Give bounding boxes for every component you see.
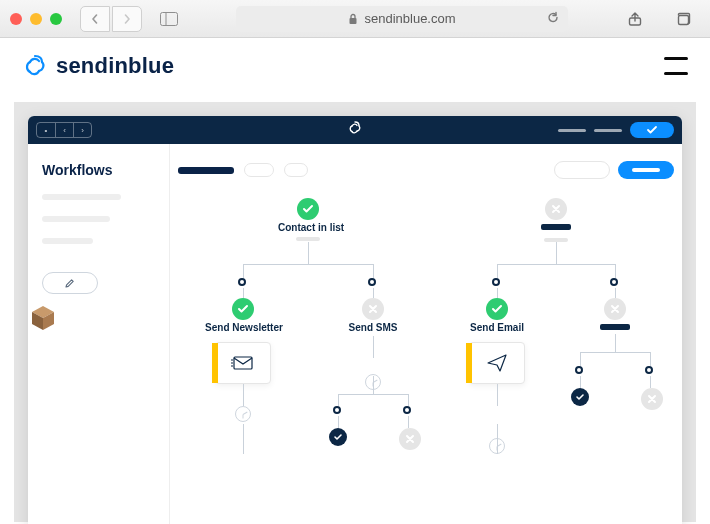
node-junction <box>403 406 411 414</box>
node-junction <box>645 366 653 374</box>
connector <box>373 376 374 394</box>
svg-rect-0 <box>161 12 178 25</box>
site-header: sendinblue <box>0 38 710 94</box>
connector <box>338 394 408 395</box>
maximize-window-button[interactable] <box>50 13 62 25</box>
node-result-fail[interactable] <box>641 388 663 410</box>
back-button[interactable] <box>80 6 110 32</box>
connector <box>497 264 615 265</box>
connector <box>497 424 498 454</box>
node-label-redacted <box>541 224 571 230</box>
connector <box>243 424 244 454</box>
node-label-newsletter: Send Newsletter <box>204 322 284 333</box>
node-junction <box>610 278 618 286</box>
toolbar-right <box>618 6 700 32</box>
connector <box>243 264 244 278</box>
brand-name: sendinblue <box>56 53 174 79</box>
address-bar-text: sendinblue.com <box>364 11 455 26</box>
app-logo <box>347 120 363 140</box>
connector <box>580 352 650 353</box>
node-label-contact: Contact in list <box>278 222 338 241</box>
tab-active[interactable] <box>178 167 234 174</box>
workflow-graph: Contact in list <box>178 192 674 524</box>
connector <box>650 352 651 366</box>
connector <box>243 288 244 298</box>
sidebar-item[interactable] <box>42 238 93 244</box>
paper-plane-icon <box>486 353 508 373</box>
sidebar-toggle-icon[interactable] <box>152 6 186 32</box>
app-left-icon[interactable]: ‹ <box>55 123 73 137</box>
tab-item[interactable] <box>244 163 274 177</box>
brand-icon <box>22 53 48 79</box>
node-result-success[interactable] <box>571 388 589 406</box>
connector <box>615 334 616 352</box>
svg-rect-2 <box>350 18 357 24</box>
topbar-item-1[interactable] <box>558 129 586 132</box>
sidebar-item[interactable] <box>42 216 110 222</box>
node-status-check[interactable] <box>297 198 319 220</box>
node-card-email[interactable] <box>469 342 525 384</box>
node-status-check[interactable] <box>232 298 254 320</box>
node-status-check[interactable] <box>486 298 508 320</box>
edit-button[interactable] <box>42 272 98 294</box>
node-status-disabled[interactable] <box>604 298 626 320</box>
minimize-window-button[interactable] <box>30 13 42 25</box>
node-card-newsletter[interactable] <box>215 342 271 384</box>
topbar-item-2[interactable] <box>594 129 622 132</box>
sidebar-item[interactable] <box>42 194 121 200</box>
tab-item[interactable] <box>284 163 308 177</box>
package-icon <box>26 302 60 332</box>
nav-arrows-group <box>80 6 142 32</box>
connector <box>497 288 498 298</box>
browser-toolbar: sendinblue.com <box>0 0 710 38</box>
node-junction <box>492 278 500 286</box>
node-status-disabled[interactable] <box>362 298 384 320</box>
close-window-button[interactable] <box>10 13 22 25</box>
connector <box>408 394 409 406</box>
brand[interactable]: sendinblue <box>22 53 174 79</box>
app-dot: • <box>37 123 55 137</box>
svg-rect-4 <box>679 15 689 24</box>
forward-button[interactable] <box>112 6 142 32</box>
lock-icon <box>348 13 358 25</box>
refresh-icon[interactable] <box>546 10 560 27</box>
topbar-cta[interactable] <box>630 122 674 138</box>
canvas-top-row <box>178 158 674 182</box>
address-bar[interactable]: sendinblue.com <box>236 6 568 32</box>
connector <box>615 288 616 298</box>
app-topbar: • ‹ › <box>28 116 682 144</box>
menu-button[interactable] <box>664 57 688 75</box>
tabs-icon[interactable] <box>666 6 700 32</box>
connector <box>373 288 374 298</box>
app-topbar-right <box>558 122 674 138</box>
primary-action[interactable] <box>618 161 674 179</box>
traffic-lights <box>10 13 62 25</box>
connector <box>408 416 409 428</box>
sidebar-title: Workflows <box>42 162 155 178</box>
svg-rect-8 <box>234 357 252 369</box>
connector <box>650 376 651 388</box>
app-right-icon[interactable]: › <box>73 123 91 137</box>
connector <box>338 416 339 428</box>
node-result-fail[interactable] <box>399 428 421 450</box>
connector <box>580 352 581 366</box>
connector <box>308 242 309 264</box>
connector <box>615 264 616 278</box>
share-icon[interactable] <box>618 6 652 32</box>
envelope-icon <box>231 354 255 372</box>
connector <box>497 264 498 278</box>
node-status-disabled[interactable] <box>545 198 567 220</box>
app-window: • ‹ › Workflows <box>28 116 682 524</box>
connector <box>373 336 374 358</box>
node-result-success[interactable] <box>329 428 347 446</box>
connector <box>373 264 374 278</box>
workflow-canvas[interactable]: Contact in list <box>170 144 682 524</box>
connector <box>497 384 498 406</box>
node-junction <box>333 406 341 414</box>
connector <box>338 394 339 406</box>
node-junction <box>368 278 376 286</box>
node-junction <box>238 278 246 286</box>
canvas-tabs <box>178 163 308 177</box>
secondary-action[interactable] <box>554 161 610 179</box>
wait-icon <box>235 406 251 422</box>
